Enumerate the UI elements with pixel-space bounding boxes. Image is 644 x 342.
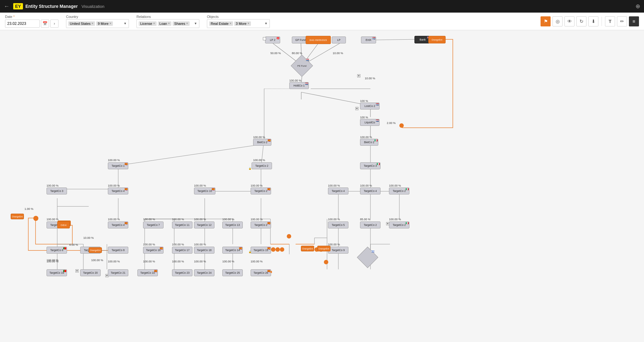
targetco24-label: TargetCo 24 <box>197 271 211 274</box>
remove-realestate-tag[interactable]: × <box>230 22 231 25</box>
holdco1-node[interactable]: HoldCo 1 🇳🇱 <box>289 82 309 89</box>
orange-right-1[interactable]: OrangeEnt <box>301 246 314 251</box>
targetco2-it-node[interactable]: TargetCo 2 🇮🇹 <box>389 188 409 194</box>
targetco7-node[interactable]: TargetCo 7 <box>143 221 164 228</box>
targetco10-node[interactable]: TargetCo 10 🇪🇸 <box>194 188 215 194</box>
targetco2-farr-node[interactable]: TargetCo 2 🇮🇹 <box>389 221 409 228</box>
targetco19-node[interactable]: TargetCo 19 🇵🇹 <box>47 269 67 276</box>
targetco3-node[interactable]: TargetCo 3 🇮🇹 <box>360 162 380 169</box>
pct-t4-it: 100.00 % <box>360 184 372 187</box>
remove-more-tag[interactable]: × <box>109 22 111 25</box>
targetco2r-node[interactable]: TargetCo 2 🇪🇸 <box>251 221 271 228</box>
bietco2-it-node[interactable]: BietCo 2 🇮🇹 <box>360 139 378 146</box>
entx-node[interactable]: EntX 🇳🇱 <box>361 36 376 43</box>
orange-dot-mid3 <box>275 247 280 252</box>
targetco4-l3-node[interactable]: TargetCo 4 🇪🇸 <box>108 221 128 228</box>
next-date-button[interactable]: › <box>50 20 58 28</box>
objects-filter[interactable]: Real Estate × 3 More × ▼ <box>207 19 270 28</box>
pct-t12: 100.00 % <box>194 218 206 221</box>
targetco18-node[interactable]: TargetCo 18 <box>194 247 214 254</box>
targetco17-node[interactable]: TargetCo 17 <box>172 247 192 254</box>
lp2-connector <box>263 37 266 40</box>
lp-node[interactable]: LP <box>332 36 346 43</box>
ent1-node[interactable]: Ent1 09/05/2023 <box>306 36 331 44</box>
orange-entity-node[interactable]: OrangeEnt <box>428 36 446 43</box>
pct-targetco1-r: 100.00 % <box>253 159 265 162</box>
user-icon[interactable]: ⊕ <box>636 3 640 10</box>
targetco2-far-node[interactable]: TargetCo 2 <box>360 221 380 228</box>
targetco1-node[interactable]: TargetCo 1 🇪🇸 <box>108 162 128 169</box>
targetco12-node[interactable]: TargetCo 12 <box>194 221 214 228</box>
pe-fund-node[interactable]: PE Fund 🇳🇱 <box>294 58 310 74</box>
objects-dropdown-arrow: ▼ <box>264 22 268 25</box>
hide-button[interactable]: ◎ <box>552 16 563 26</box>
targetco2-main-node[interactable]: TargetCo 2 <box>252 162 272 169</box>
orange-entity-left1-label: OrangeEnt <box>12 216 23 218</box>
targetco26-node[interactable]: TargetCo 26 🇪🇸 <box>251 269 271 276</box>
remove-us-tag[interactable]: × <box>92 22 93 25</box>
back-button[interactable]: ← <box>4 3 9 10</box>
pct-gp: 80.00 % <box>292 52 302 55</box>
logo-area: EY Entity Structure Manager Visualizatio… <box>13 3 104 9</box>
pct-bot-4: 100.00 % <box>172 260 184 263</box>
menu-button[interactable]: ≡ <box>629 16 639 26</box>
targetco23-node[interactable]: TargetCo 23 <box>172 269 192 276</box>
edit-button[interactable]: ✏ <box>617 16 627 26</box>
targetco9-node[interactable]: TargetCo 9 <box>328 247 348 254</box>
targetco2-2-node[interactable]: TargetCo 2 🇪🇸 <box>251 188 271 194</box>
targetco16-node[interactable]: TargetCo 16 🇪🇸 <box>143 247 164 254</box>
refresh-button[interactable]: ↻ <box>576 16 586 26</box>
targetco20-label: TargetCo 20 <box>83 271 97 274</box>
targetco22-label: TargetCo 22 <box>140 271 155 274</box>
targetco3-left-node[interactable]: TargetCo 3 <box>47 188 67 194</box>
lp2-node[interactable]: LP 2 🇨🇭 <box>265 36 280 43</box>
lostco2-node[interactable]: LostCo 2 🇳🇱 <box>360 103 380 109</box>
targetco18-label: TargetCo 18 <box>197 249 211 252</box>
right-diamond-node[interactable]: 🇮🇱 <box>360 250 375 265</box>
targetco11-node[interactable]: TargetCo 11 <box>172 221 192 228</box>
targetco13-node[interactable]: TargetCo 13 <box>222 221 243 228</box>
targetco15-node[interactable]: TargetCo 15 🇪🇸 <box>251 247 271 254</box>
targetco4-right-node[interactable]: TargetCo 4 <box>328 188 348 194</box>
date-input[interactable] <box>5 20 40 28</box>
targetco8-node[interactable]: TargetCo 8 <box>108 247 128 254</box>
view-button[interactable]: 👁 <box>564 16 575 26</box>
country-filter[interactable]: United States × 9 More × ▼ <box>66 19 129 28</box>
country-tag-more: 9 More × <box>96 21 113 26</box>
orange-left-label: OrEnt <box>61 224 66 226</box>
remove-loan-tag[interactable]: × <box>168 22 170 25</box>
orange-entity-left1[interactable]: OrangeEnt <box>11 214 24 219</box>
entx-connector: ⊕ <box>357 74 360 77</box>
remove-shares-tag[interactable]: × <box>186 22 188 25</box>
pct-t11: 100.00 % <box>172 218 184 221</box>
targetco24-node[interactable]: TargetCo 24 <box>194 269 214 276</box>
targetco25-node[interactable]: TargetCo 25 <box>222 269 243 276</box>
targetco6-node[interactable]: TargetCo 6 🇵🇹 <box>47 247 67 254</box>
text-button[interactable]: T <box>605 16 615 26</box>
object-tag-realestate: Real Estate × <box>209 21 233 26</box>
targetco4-it-node[interactable]: TargetCo 4 <box>360 188 380 194</box>
orange-dot-mid4 <box>280 247 284 252</box>
remove-license-tag[interactable]: × <box>153 22 155 25</box>
targetco4-node[interactable]: TargetCo 4 🇪🇸 <box>108 188 128 194</box>
bietco2-es-node[interactable]: BietCo 2 🇪🇸 <box>253 139 271 146</box>
download-button[interactable]: ⬇ <box>588 16 598 26</box>
targetco21-node[interactable]: TargetCo 21 <box>108 269 128 276</box>
targetco21-label: TargetCo 21 <box>111 271 125 274</box>
targetco20-node[interactable]: TargetCo 20 <box>80 269 101 276</box>
targetco7-label: TargetCo 7 <box>147 223 160 227</box>
targetco22-node[interactable]: TargetCo 22 🇪🇸 <box>137 269 158 276</box>
orange-right-2[interactable]: OrangeEnt <box>317 246 330 251</box>
targetco4-right-label: TargetCo 4 <box>332 189 345 193</box>
remove-objects-more-tag[interactable]: × <box>247 22 249 25</box>
pct-bietco2-it: 100.00 % <box>360 136 372 139</box>
targetco5-node[interactable]: TargetCo 5 <box>328 221 348 228</box>
flag-button[interactable]: ⚑ <box>541 16 551 26</box>
calendar-icon[interactable]: 📅 <box>41 20 49 28</box>
orange-entity-left3[interactable]: OrangeEnt <box>89 247 102 253</box>
orange-left-node[interactable]: OrEnt <box>57 221 70 228</box>
pct-bot-2: 100.00 % <box>108 260 120 263</box>
relations-filter[interactable]: License × Loan × Shares × ▼ <box>136 19 199 28</box>
targetco14-node[interactable]: TargetCo 14 🇪🇸 <box>222 247 243 254</box>
liquidco-node[interactable]: LiquidCo 🇳🇱 <box>360 119 380 126</box>
